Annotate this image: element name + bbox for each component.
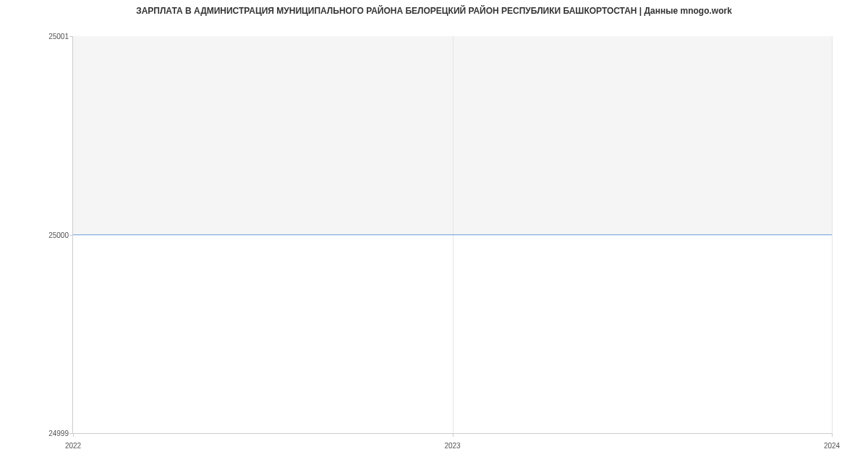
y-tick-label: 25000	[48, 231, 69, 239]
plot-area: 25001 25000 24999 2022 2023 2024	[72, 36, 832, 434]
chart-title: ЗАРПЛАТА В АДМИНИСТРАЦИЯ МУНИЦИПАЛЬНОГО …	[0, 0, 868, 16]
data-line	[73, 234, 832, 236]
x-tick-label: 2023	[444, 442, 460, 450]
y-tick-label: 25001	[48, 33, 69, 40]
y-tick-mark	[69, 235, 73, 236]
chart-container: ЗАРПЛАТА В АДМИНИСТРАЦИЯ МУНИЦИПАЛЬНОГО …	[0, 0, 868, 470]
y-tick-label: 24999	[48, 430, 69, 437]
x-tick-mark	[832, 433, 833, 437]
x-tick-mark	[73, 433, 74, 437]
gridline-vertical	[832, 36, 833, 433]
y-tick-mark	[69, 36, 73, 37]
x-tick-label: 2022	[65, 442, 81, 450]
x-tick-label: 2024	[824, 442, 840, 450]
x-tick-mark	[453, 433, 454, 437]
